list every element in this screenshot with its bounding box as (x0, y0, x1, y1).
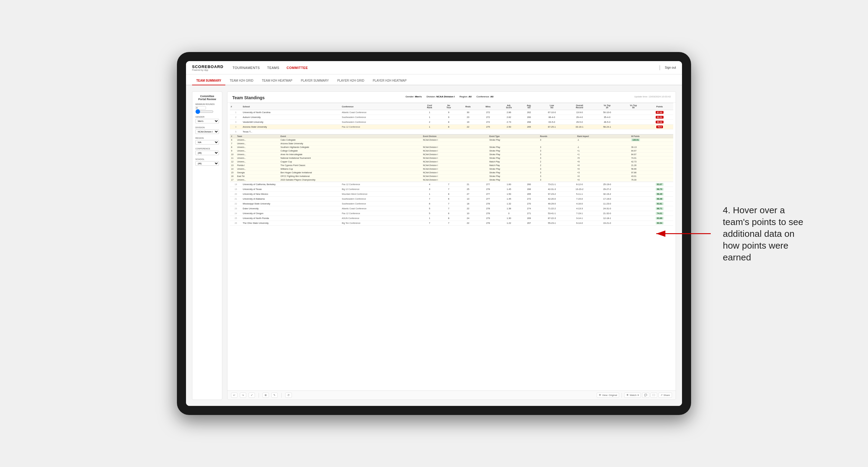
main-nav: TOURNAMENTS TEAMS COMMITTEE (232, 65, 657, 71)
tab-player-summary[interactable]: PLAYER SUMMARY (297, 76, 333, 85)
inner-table-row[interactable]: 8Univers...Southern Highlands Collegiate… (230, 146, 673, 149)
report-header: Team Standings Gender: Men's Division: N… (227, 92, 676, 103)
right-panel: Team Standings Gender: Men's Division: N… (227, 91, 676, 400)
standings-table-container[interactable]: # School Conference ConfRank NoTour Rnds… (227, 103, 676, 391)
table-header-row: # School Conference ConfRank NoTour Rnds… (230, 103, 673, 110)
gender-label: Gender: Men's (406, 95, 422, 98)
nav-teams[interactable]: TEAMS (267, 65, 279, 71)
min-rounds-slider[interactable] (195, 111, 214, 113)
tablet-frame: SCOREBOARD Powered by clipp TOURNAMENTS … (177, 52, 691, 415)
col-conference: Conference (341, 103, 420, 110)
table-row[interactable]: 1 University of North Carolina Atlantic … (230, 110, 673, 115)
table-row[interactable]: 23 Duke University Atlantic Coast Confer… (230, 206, 673, 211)
region-label: Region: All (459, 95, 471, 98)
col-avg-score: Avg.SG (520, 103, 538, 110)
inner-table-row[interactable]: 14Univers...Williams CupNCAA Division IS… (230, 167, 673, 171)
app-title: SCOREBOARD (192, 64, 223, 69)
table-row[interactable]: 22 Mississippi State University Southeas… (230, 201, 673, 206)
toolbar-btn-4[interactable]: ⏱ (285, 393, 292, 398)
inner-table-row[interactable]: 9Univers...College CollegiateNCAA Divisi… (230, 149, 673, 153)
toolbar-fullscreen-button[interactable]: ⛶ (651, 393, 657, 398)
annotation-text: 4. Hover over a team's points to see add… (723, 204, 807, 263)
table-row[interactable]: 5 Texas T... (230, 129, 673, 134)
inner-table-row[interactable]: 13Florida IThe Cypress Point ClassicNCAA… (230, 164, 673, 167)
redo-button[interactable]: ↪ (240, 393, 246, 398)
nav-committee[interactable]: COMMITTEE (287, 65, 308, 71)
toolbar-btn-2[interactable]: ⊞ (262, 393, 269, 398)
inner-table-row[interactable]: 16East TeiOFCC Fighting Illini Invitatio… (230, 175, 673, 178)
toolbar-divider-2 (281, 393, 282, 398)
school-select[interactable]: (All) (195, 161, 219, 166)
conference-select[interactable]: (All) ACC SEC (195, 151, 219, 155)
main-content: Committee Portal Review Minimum Rounds G… (186, 85, 682, 406)
toolbar-divider (258, 393, 259, 398)
table-row[interactable]: 24 University of Oregon Pac-12 Conferenc… (230, 211, 673, 216)
filter-conference: Conference (All) ACC SEC (195, 148, 219, 155)
table-row[interactable]: 19 University of Texas Big 12 Conference… (230, 187, 673, 192)
table-row[interactable]: 2 Auburn University Southeastern Confere… (230, 115, 673, 120)
filter-division: Division NCAA Division I NCAA Division I… (195, 126, 219, 134)
division-select[interactable]: NCAA Division I NCAA Division II NAIA (195, 129, 219, 134)
gender-select[interactable]: Men's Women's (195, 119, 219, 123)
toolbar-btn-1[interactable]: ⤢ (249, 393, 255, 398)
view-original-button[interactable]: 👁 View: Original (597, 393, 619, 398)
col-school: School (242, 103, 341, 110)
inner-table-row[interactable]: 10Univers...Amer An IntercollegiateNCAA … (230, 153, 673, 156)
toolbar-divider-3 (621, 393, 622, 398)
tab-team-h2h-heatmap[interactable]: TEAM H2H HEATMAP (258, 76, 297, 85)
update-time: Update time: 13/03/2024 10:03:42 (634, 95, 671, 98)
watch-button[interactable]: 👁 Watch ▾ (624, 393, 641, 398)
tab-team-summary[interactable]: TEAM SUMMARY (192, 76, 225, 85)
inner-table-row[interactable]: 15GeorgiaBen Hogan Collegiate Invitation… (230, 171, 673, 175)
col-wins: Wins (478, 103, 498, 110)
table-row[interactable]: 3 Vanderbilt University Southeastern Con… (230, 120, 673, 125)
arrow-graphic (653, 227, 714, 240)
table-row[interactable]: 20 University of New Mexico Mountain Wes… (230, 192, 673, 196)
eye-icon: 👁 (599, 394, 601, 397)
standings-table: # School Conference ConfRank NoTour Rnds… (230, 103, 673, 226)
committee-portal-title: Committee (195, 95, 219, 98)
chevron-down-icon: ▾ (638, 394, 639, 397)
region-select[interactable]: N/A East West (195, 140, 219, 145)
tab-player-h2h-grid[interactable]: PLAYER H2H GRID (333, 76, 368, 85)
inner-table-row[interactable]: 17Univers...2023 Sahalee Players Champio… (230, 178, 673, 182)
toolbar-btn-3[interactable]: ✎ (271, 393, 278, 398)
table-row[interactable]: 21 University of Alabama Southeastern Co… (230, 196, 673, 201)
app-subtitle: Powered by clipp (192, 69, 223, 71)
table-row[interactable]: 26 The Ohio State University Big Ten Con… (230, 221, 673, 226)
table-row[interactable]: 25 University of North Florida ASUN Conf… (230, 216, 673, 221)
tablet-screen: SCOREBOARD Powered by clipp TOURNAMENTS … (186, 61, 682, 406)
inner-table-row[interactable]: 11Univers...National Invitational Tourna… (230, 156, 673, 160)
inner-table-row[interactable]: 6Univers...Cabo CollegiateNCAA Division … (230, 138, 673, 142)
share-button[interactable]: ↗ Share (658, 393, 672, 398)
sign-out-button[interactable]: Sign out (665, 66, 676, 69)
table-row-highlighted[interactable]: 4 Arizona State University Pac-12 Confer… (230, 125, 673, 129)
bottom-toolbar: ↩ ↪ ⤢ ⊞ ✎ ⏱ 👁 View: Original (227, 391, 676, 400)
toolbar-comment-button[interactable]: 💬 (642, 393, 649, 398)
col-rnds: Rnds (458, 103, 478, 110)
inner-table-row[interactable]: 7Univers...Arizona State University (230, 142, 673, 146)
tab-player-h2h-heatmap[interactable]: PLAYER H2H HEATMAP (368, 76, 411, 85)
table-row[interactable]: 18 University of California, Berkeley Pa… (230, 182, 673, 187)
left-panel: Committee Portal Review Minimum Rounds G… (192, 91, 222, 400)
col-adj-score: Adj.Score (498, 103, 520, 110)
col-low-sg: LowSG (538, 103, 565, 110)
watch-icon: 👁 (626, 394, 629, 397)
filter-region: Region N/A East West (195, 137, 219, 145)
filter-min-rounds: Minimum Rounds (195, 103, 219, 113)
undo-button[interactable]: ↩ (231, 393, 238, 398)
col-no-tour: NoTour (440, 103, 458, 110)
division-label: Division: NCAA Division I (427, 95, 455, 98)
logo: SCOREBOARD Powered by clipp (192, 64, 223, 71)
nav-tournaments[interactable]: TOURNAMENTS (232, 65, 260, 71)
annotation-container: 4. Hover over a team's points to see add… (653, 204, 807, 263)
col-vs50: Vs Top50 (621, 103, 646, 110)
col-vs25: Vs Top25 (593, 103, 621, 110)
col-points: Points (646, 103, 673, 110)
report-title: Team Standings (232, 95, 265, 100)
expanded-tooltip-row: # Team Event Event Division Event Type R… (230, 134, 673, 182)
top-nav: SCOREBOARD Powered by clipp TOURNAMENTS … (186, 61, 682, 74)
filter-gender: Gender Men's Women's (195, 116, 219, 123)
inner-table-row[interactable]: 12Univers...Copper CupNCAA Division IMat… (230, 160, 673, 164)
tab-team-h2h-grid[interactable]: TEAM H2H GRID (225, 76, 257, 85)
